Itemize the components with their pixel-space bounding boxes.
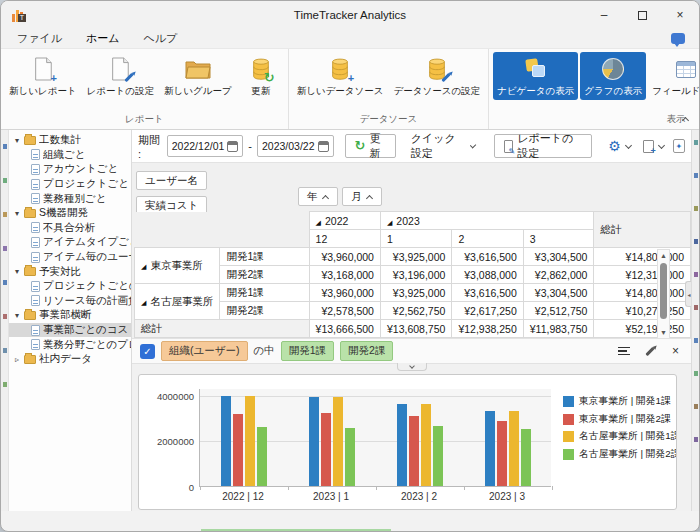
expanded-arrow-icon[interactable]: ▾ — [13, 136, 21, 145]
bar[interactable] — [497, 421, 507, 486]
tree-item[interactable]: 事業部ごとのコスト分析 — [9, 323, 131, 338]
tree-item[interactable]: アイテムタイプごとの予実管 — [9, 235, 131, 250]
quick-settings-button[interactable]: クイック設定 — [407, 131, 481, 161]
tree-item[interactable]: アカウントごと — [9, 162, 131, 177]
value-cell[interactable]: ¥3,196,000 — [380, 266, 451, 284]
filter-value-chip[interactable]: 開発1課 — [281, 341, 334, 361]
column-chip-month[interactable]: 月 — [342, 187, 382, 206]
filter-field-chip[interactable]: 組織(ユーザー) — [161, 341, 248, 361]
show-chart-button[interactable]: グラフの表示 — [580, 52, 646, 100]
expanded-arrow-icon[interactable]: ▾ — [13, 209, 21, 218]
value-cell[interactable]: ¥3,304,500 — [523, 248, 594, 266]
tree-item[interactable]: 不具合分析 — [9, 221, 131, 236]
bar[interactable] — [345, 428, 355, 486]
refresh-data-button[interactable]: ↻ 更新 — [345, 134, 396, 158]
expanded-arrow-icon[interactable]: ▾ — [13, 311, 21, 320]
value-cell[interactable]: ¥2,862,000 — [523, 266, 594, 284]
bar[interactable] — [409, 416, 419, 486]
collapse-marker-icon[interactable]: ◢ — [141, 263, 146, 270]
bar[interactable] — [433, 426, 443, 486]
value-cell[interactable]: ¥2,617,250 — [452, 302, 523, 320]
bar[interactable] — [397, 404, 407, 486]
bar[interactable] — [233, 414, 243, 486]
row-sub-cell[interactable]: 開発2課 — [220, 266, 309, 284]
refresh-button[interactable]: ↻ 更新 — [238, 52, 284, 100]
value-cell[interactable]: ¥3,168,000 — [309, 266, 380, 284]
fullscreen-icon[interactable]: ✦ — [673, 139, 685, 153]
scrollbar-thumb[interactable] — [660, 263, 667, 319]
value-cell[interactable]: ¥3,925,000 — [380, 284, 451, 302]
menu-file[interactable]: ファイル — [15, 30, 64, 47]
month-header[interactable]: 2 — [452, 230, 523, 248]
new-datasource-button[interactable]: + 新しいデータソース — [293, 52, 388, 100]
minimize-button[interactable]: – — [585, 1, 623, 29]
data-chip-user-name[interactable]: ユーザー名 — [136, 171, 207, 190]
bar[interactable] — [257, 427, 267, 486]
tree-item[interactable]: アイテム毎のユーザーの予 — [9, 250, 131, 265]
bar[interactable] — [245, 396, 255, 486]
field-list-button[interactable]: フィールド一覧 — [648, 52, 699, 100]
value-cell[interactable]: ¥2,512,750 — [523, 302, 594, 320]
expanded-arrow-icon[interactable]: ▾ — [13, 267, 21, 276]
tree-item[interactable]: プロジェクトごとのコスト — [9, 279, 131, 294]
row-sub-cell[interactable]: 開発2課 — [220, 302, 309, 320]
value-cell[interactable]: ¥14,806,000 — [594, 284, 691, 302]
value-cell[interactable]: ¥3,616,500 — [452, 284, 523, 302]
date-to-input[interactable]: 2023/03/22 — [257, 135, 334, 157]
tree-folder[interactable]: ▹社内データ — [9, 352, 131, 367]
value-cell[interactable]: ¥3,960,000 — [309, 284, 380, 302]
row-group-cell[interactable]: ◢東京事業所 — [135, 248, 220, 284]
date-from-input[interactable]: 2022/12/01 — [167, 135, 244, 157]
value-cell[interactable]: ¥3,960,000 — [309, 248, 380, 266]
tree-folder[interactable]: ▾工数集計 — [9, 133, 131, 148]
collapsed-panel-left[interactable] — [1, 130, 9, 511]
value-cell[interactable]: ¥2,562,750 — [380, 302, 451, 320]
bar[interactable] — [309, 397, 319, 486]
collapse-marker-icon[interactable]: ◢ — [141, 299, 146, 306]
collapse-marker-icon[interactable]: ◢ — [387, 219, 392, 226]
calendar-icon[interactable] — [227, 141, 238, 152]
year-header[interactable]: ◢2023 — [380, 212, 593, 230]
menu-home[interactable]: ホーム — [84, 30, 122, 47]
collapsed-arrow-icon[interactable]: ▹ — [13, 355, 21, 364]
bar[interactable] — [421, 404, 431, 486]
bar[interactable] — [321, 413, 331, 486]
value-cell[interactable]: ¥14,806,000 — [594, 248, 691, 266]
bar[interactable] — [333, 397, 343, 486]
maximize-button[interactable] — [623, 1, 661, 29]
scroll-down-icon[interactable]: ▼ — [658, 329, 669, 336]
column-chip-year[interactable]: 年 — [298, 187, 338, 206]
new-report-button[interactable]: + 新しいレポート — [5, 52, 81, 100]
menu-help[interactable]: ヘルプ — [142, 30, 180, 47]
export-dropdown-button[interactable] — [640, 138, 668, 155]
row-sub-cell[interactable]: 開発1課 — [220, 284, 309, 302]
table-scrollbar[interactable]: ▲ ▼ — [657, 249, 670, 339]
chart-collapse-handle[interactable] — [397, 363, 427, 371]
datasource-settings-button[interactable]: データソースの設定 — [389, 52, 484, 100]
bar[interactable] — [485, 411, 495, 486]
calendar-icon[interactable] — [318, 141, 329, 152]
value-cell[interactable]: ¥3,616,500 — [452, 248, 523, 266]
value-cell[interactable]: ¥3,304,500 — [523, 284, 594, 302]
value-cell[interactable]: ¥10,271,250 — [594, 302, 691, 320]
edit-filter-icon[interactable] — [645, 346, 654, 355]
report-settings-button[interactable]: レポートの設定 — [83, 52, 158, 100]
close-button[interactable]: × — [661, 1, 699, 29]
tree-item[interactable]: 業務分野ごとのプロジェク — [9, 337, 131, 352]
value-cell[interactable]: ¥2,578,500 — [309, 302, 380, 320]
scroll-up-icon[interactable]: ▲ — [658, 252, 669, 259]
bar[interactable] — [521, 429, 531, 486]
filter-value-chip[interactable]: 開発2課 — [340, 341, 393, 361]
tree-item[interactable]: プロジェクトごと — [9, 177, 131, 192]
tree-folder[interactable]: ▾予実対比 — [9, 264, 131, 279]
month-header[interactable]: 1 — [380, 230, 451, 248]
month-header[interactable]: 12 — [309, 230, 380, 248]
feedback-icon[interactable] — [671, 33, 685, 44]
filter-menu-icon[interactable] — [618, 347, 630, 356]
tree-item[interactable]: 組織ごと — [9, 148, 131, 163]
year-header[interactable]: ◢2022 — [309, 212, 380, 230]
row-sub-cell[interactable]: 開発1課 — [220, 248, 309, 266]
row-group-cell[interactable]: ◢名古屋事業所 — [135, 284, 220, 320]
remove-filter-icon[interactable]: × — [672, 345, 679, 357]
value-cell[interactable]: ¥3,925,000 — [380, 248, 451, 266]
